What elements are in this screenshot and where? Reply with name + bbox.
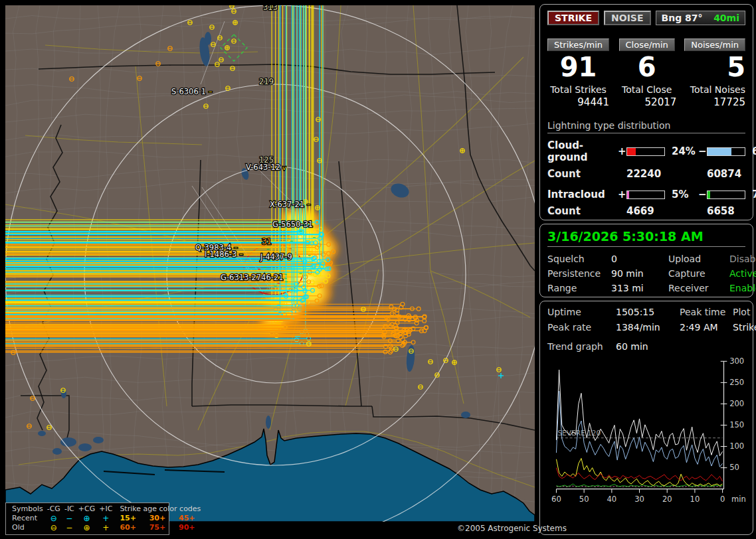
svg-text:G-5650-31: G-5650-31	[272, 220, 313, 229]
svg-text:50: 50	[579, 495, 589, 504]
datetime-display: 3/16/2026 5:30:18 AM	[547, 229, 745, 247]
svg-text:250: 250	[729, 378, 744, 387]
legend-row-label: Recent	[10, 514, 45, 523]
age-code: 45+	[173, 514, 203, 523]
close-per-min-chip[interactable]: Close/min	[619, 38, 675, 51]
svg-text:219: 219	[259, 77, 274, 86]
peak-time-value: 2:49 AM	[680, 322, 733, 333]
cg-plus-bar	[626, 147, 665, 156]
total-noises-value: 17725	[713, 96, 745, 108]
legend-age-header: Strike age color codes	[114, 504, 203, 514]
strikes-rate: 91	[560, 52, 597, 82]
svg-text:300: 300	[729, 356, 744, 366]
persistence-label: Persistence	[547, 268, 611, 279]
trend-graph-label: Trend graph	[547, 341, 616, 352]
legend-symbols-header: Symbols	[10, 504, 45, 514]
cloud-ground-row: Cloud-ground + 24% − 64%	[547, 139, 745, 163]
upload-label: Upload	[668, 254, 729, 264]
svg-text:60: 60	[551, 495, 561, 504]
age-code: 75+	[144, 523, 173, 532]
age-code: 15+	[114, 514, 143, 523]
svg-text:I-1486-3 –: I-1486-3 –	[205, 250, 243, 259]
cg-plus-pct: 24%	[668, 145, 698, 157]
receiver-label: Receiver	[668, 283, 729, 293]
total-strikes-value: 94441	[577, 96, 609, 108]
ic-minus-bar	[707, 191, 745, 199]
map-canvas: 313219125V-643-12 vS-6306-1 –X-637-21 –G…	[5, 5, 535, 522]
map-symbol-legend: Symbols-CG-IC+CG+ICStrike age color code…	[5, 502, 169, 535]
svg-text:31: 31	[262, 237, 272, 246]
cg-minus-count: 60874	[698, 168, 745, 180]
status-panel: 3/16/2026 5:30:18 AM Squelch 0 Upload Di…	[539, 224, 753, 297]
legend-table: Symbols-CG-IC+CG+ICStrike age color code…	[10, 504, 203, 532]
svg-text:G-6313-2746-21: G-6313-2746-21	[221, 273, 284, 282]
count-label: Count	[547, 168, 618, 180]
noises-per-min-chip[interactable]: Noises/min	[684, 38, 745, 51]
trend-window-value: 60 min	[616, 341, 680, 352]
cg-plus-count: 22240	[618, 168, 698, 180]
plot-label: Plot	[733, 307, 756, 317]
strike-symbol-icon: ⊖	[45, 523, 62, 532]
svg-text:150: 150	[729, 420, 744, 429]
age-code: 90+	[173, 523, 203, 532]
bearing-distance-readout: Bng 87° 40mi	[656, 11, 745, 25]
plot-value: Strike	[733, 322, 756, 333]
strike-symbol-icon: ⊖	[45, 514, 62, 523]
close-column: Close/min 6 Total Close 52017	[617, 38, 676, 108]
noises-rate: 5	[727, 52, 745, 82]
legend-row-label: Old	[10, 523, 45, 532]
cloud-ground-count-row: Count 22240 60874	[547, 168, 745, 180]
svg-text:200: 200	[729, 399, 744, 408]
squelch-label: Squelch	[547, 254, 611, 264]
svg-text:J-4437-9: J-4437-9	[260, 252, 292, 262]
count-label: Count	[547, 205, 618, 217]
persistence-value: 90 min	[611, 268, 668, 279]
svg-text:313: 313	[263, 5, 278, 12]
svg-text:30: 30	[634, 495, 644, 504]
strike-symbol-icon: +	[97, 514, 114, 523]
capture-label: Capture	[668, 268, 729, 279]
lightning-map[interactable]: 313219125V-643-12 vS-6306-1 –X-637-21 –G…	[5, 5, 535, 522]
svg-text:40: 40	[607, 495, 617, 504]
svg-text:0: 0	[720, 495, 725, 504]
ic-minus-pct: 7%	[748, 189, 756, 200]
strike-symbol-icon: −	[62, 514, 76, 523]
cg-minus-bar	[707, 147, 745, 156]
legend-col-+IC: +IC	[97, 504, 114, 514]
svg-text:50: 50	[729, 463, 739, 472]
distribution-title: Lightning type distribution	[547, 120, 745, 133]
close-rate: 6	[638, 52, 656, 82]
legend-col--IC: -IC	[62, 504, 76, 514]
age-code: 30+	[144, 514, 173, 523]
distance-value: 40mi	[713, 13, 739, 23]
strikes-per-min-chip[interactable]: Strikes/min	[547, 38, 609, 51]
ic-plus-count: 4669	[618, 205, 698, 217]
ic-plus-bar	[626, 191, 665, 199]
strike-symbol-icon: ⊕	[76, 523, 97, 532]
strike-mode-button[interactable]: STRIKE	[547, 11, 599, 25]
receiver-status: Enabled	[729, 283, 756, 293]
svg-text:100: 100	[729, 441, 744, 451]
total-close-label: Total Close	[622, 84, 672, 95]
ic-plus-pct: 5%	[668, 189, 698, 200]
squelch-value: 0	[611, 254, 668, 264]
svg-text:min: min	[731, 495, 746, 504]
strikes-column: Strikes/min 91 Total Strikes 94441	[547, 38, 609, 108]
uptime-label: Uptime	[547, 307, 616, 317]
peak-time-label: Peak time	[680, 307, 733, 317]
total-close-value: 52017	[645, 96, 677, 108]
strike-symbol-icon: −	[62, 523, 76, 532]
legend-col--CG: -CG	[45, 504, 62, 514]
intracloud-label: Intracloud	[547, 189, 618, 200]
plus-sign: +	[618, 145, 626, 157]
plus-sign: +	[618, 189, 626, 200]
svg-text:S-6306-1 –: S-6306-1 –	[171, 87, 213, 96]
strike-symbol-icon: +	[97, 523, 114, 532]
svg-text:V-643-12 v: V-643-12 v	[246, 163, 286, 172]
capture-status: Active	[729, 268, 756, 279]
minus-sign: −	[698, 189, 707, 200]
intracloud-row: Intracloud + 5% − 7%	[547, 189, 745, 200]
bearing-value: Bng 87°	[662, 13, 703, 23]
noise-mode-button[interactable]: NOISE	[604, 11, 650, 25]
trend-panel: Uptime 1505:15 Peak time Plot Peak rate …	[539, 301, 753, 535]
